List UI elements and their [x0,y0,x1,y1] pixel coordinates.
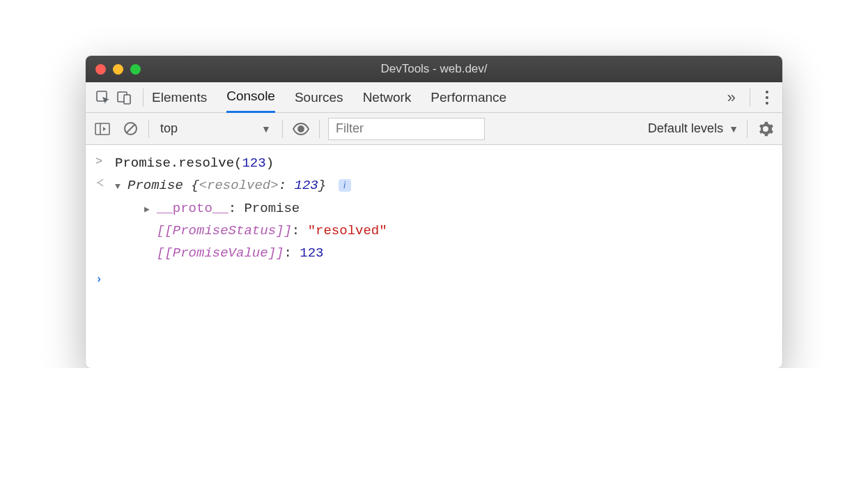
window-title: DevTools - web.dev/ [86,62,782,76]
divider [143,89,144,107]
svg-point-8 [97,182,98,183]
minimize-window-button[interactable] [113,64,123,75]
console-output-row: ▼Promise {<resolved>: 123} i ▶__proto__:… [95,174,773,264]
devtools-window: DevTools - web.dev/ Elements Console Sou… [86,56,782,368]
panel-tabbar: Elements Console Sources Network Perform… [86,82,782,113]
levels-label: Default levels [648,121,723,136]
svg-rect-3 [95,123,109,135]
input-chevron-icon: > [95,152,115,172]
output-chevron-icon [95,174,115,188]
svg-rect-2 [124,95,130,104]
property-promise-status: [[PromiseStatus]]: "resolved" [144,220,773,242]
console-settings-icon[interactable] [756,119,775,139]
console-toolbar: top ▼ Default levels ▼ [86,113,782,145]
log-levels-select[interactable]: Default levels ▼ [648,121,738,136]
console-output-content[interactable]: ▼Promise {<resolved>: 123} i ▶__proto__:… [115,174,773,264]
maximize-window-button[interactable] [130,64,141,75]
divider [750,89,750,107]
filter-input[interactable] [328,118,485,140]
traffic-lights [95,64,141,75]
prompt-chevron-icon: › [95,270,115,290]
console-body[interactable]: > Promise.resolve(123) ▼Promise {<resolv… [86,145,782,368]
tab-sources[interactable]: Sources [295,82,343,113]
more-tabs-button[interactable]: » [722,89,741,107]
svg-line-6 [126,125,134,133]
property-proto[interactable]: ▶__proto__: Promise [144,197,773,220]
object-properties: ▶__proto__: Promise [[PromiseStatus]]: "… [115,197,773,265]
chevron-down-icon: ▼ [729,123,738,135]
divider [319,120,320,138]
svg-point-7 [298,126,304,132]
console-input-row: > Promise.resolve(123) [95,152,773,174]
divider [282,120,283,138]
sidebar-toggle-icon[interactable] [93,119,112,139]
overflow-menu-icon[interactable] [759,91,775,105]
tab-elements[interactable]: Elements [152,82,207,113]
property-promise-value: [[PromiseValue]]: 123 [144,242,773,264]
disclosure-right-icon[interactable]: ▶ [144,202,157,218]
divider [747,120,747,138]
tab-performance[interactable]: Performance [431,82,506,113]
object-type: Promise [127,178,183,193]
divider [148,120,149,138]
tab-network[interactable]: Network [363,82,412,113]
device-toolbar-icon[interactable] [114,87,134,108]
chevron-down-icon: ▼ [261,123,271,135]
execution-context-select[interactable]: top ▼ [157,121,274,136]
inspect-element-icon[interactable] [93,87,114,108]
titlebar[interactable]: DevTools - web.dev/ [86,56,782,82]
tab-console[interactable]: Console [226,82,275,113]
live-expression-icon[interactable] [291,119,311,139]
close-window-button[interactable] [95,64,106,75]
console-input-expression: Promise.resolve(123) [115,152,773,174]
disclosure-down-icon[interactable]: ▼ [115,179,127,195]
clear-console-icon[interactable] [121,119,140,139]
console-prompt-row[interactable]: › [95,270,773,290]
info-icon[interactable]: i [339,179,351,192]
context-label: top [160,121,178,136]
panel-tabs: Elements Console Sources Network Perform… [152,82,722,113]
